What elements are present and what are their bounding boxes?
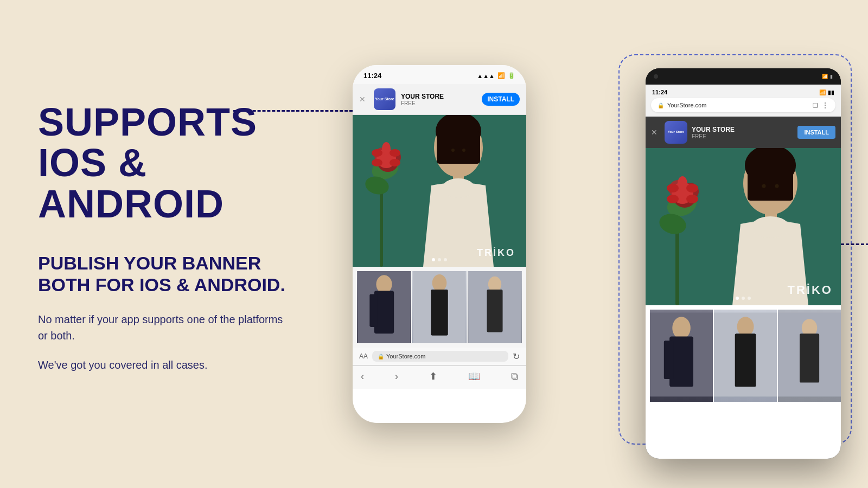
- wifi-icon: 📶: [497, 72, 505, 79]
- svg-point-18: [372, 159, 382, 166]
- android-install-button[interactable]: INSTALL: [797, 126, 835, 139]
- android-product-2: [714, 310, 777, 402]
- iphone-status-icons: ▲▲▲ 📶 🔋: [477, 72, 515, 79]
- android-device: 📶 ▮ 11:24 📶 ▮▮ 🔒 Your: [646, 68, 841, 459]
- svg-point-37: [775, 184, 779, 188]
- banner-app-name: YOUR STORE: [401, 93, 476, 100]
- banner-text-block: YOUR STORE FREE: [401, 93, 476, 106]
- banner-free-label: FREE: [401, 100, 476, 106]
- body-text-1: No matter if your app supports one of th…: [38, 311, 288, 344]
- android-status-icons: 📶 ▮: [822, 74, 833, 79]
- svg-point-45: [678, 176, 687, 190]
- svg-rect-59: [800, 333, 819, 382]
- android-banner-close-icon[interactable]: ✕: [651, 128, 658, 137]
- android-banner-name: YOUR STORE: [692, 126, 793, 133]
- svg-rect-53: [664, 341, 674, 379]
- android-app-banner[interactable]: ✕ Your Store YOUR STORE FREE INSTALL: [646, 117, 841, 148]
- signal-icon: ▲▲▲: [477, 73, 495, 79]
- iphone-hero-image: TRİKO: [353, 115, 526, 267]
- android-url: YourStore.com: [667, 102, 809, 108]
- android-chrome-bar: 11:24 📶 ▮▮ 🔒 YourStore.com ❏ ⋮: [646, 85, 841, 117]
- android-tabs-count[interactable]: ❏: [813, 102, 818, 109]
- tabs-icon[interactable]: ⧉: [511, 371, 518, 382]
- android-status-row: 11:24 📶 ▮▮: [651, 89, 835, 95]
- dot-3: [444, 258, 447, 261]
- iphone-app-banner[interactable]: ✕ Your Store YOUR STORE FREE INSTALL: [353, 84, 526, 115]
- svg-point-7: [462, 149, 465, 152]
- android-product-1: [650, 310, 713, 402]
- bookmarks-icon[interactable]: 📖: [468, 370, 480, 382]
- banner-icon-text: Your Store: [375, 97, 394, 101]
- svg-rect-29: [487, 290, 502, 332]
- arrow-right-line: [841, 243, 868, 245]
- android-url-row[interactable]: 🔒 YourStore.com ❏ ⋮: [651, 98, 835, 112]
- svg-point-19: [372, 149, 382, 157]
- android-banner-text: YOUR STORE FREE: [692, 126, 793, 139]
- iphone-url-bar[interactable]: 🔒 YourStore.com: [372, 351, 508, 362]
- svg-point-47: [686, 195, 698, 203]
- svg-point-55: [737, 317, 754, 336]
- back-icon[interactable]: ‹: [361, 371, 364, 382]
- svg-point-35: [751, 216, 789, 238]
- android-banner-app-icon: Your Store: [665, 121, 687, 144]
- android-dot-3: [748, 297, 751, 300]
- android-banner-free: FREE: [692, 133, 793, 139]
- main-title: SUPPORTS iOS & ANDROID: [38, 102, 288, 225]
- svg-point-25: [432, 274, 447, 292]
- android-camera-icon: [654, 74, 658, 79]
- body-text-2: We've got you covered in all cases.: [38, 357, 288, 373]
- svg-point-21: [376, 275, 392, 293]
- android-wifi-status: 📶: [819, 89, 826, 95]
- iphone-product-grid: [353, 267, 526, 348]
- android-dots: [736, 297, 751, 300]
- dot-1: [432, 258, 435, 261]
- svg-point-46: [686, 184, 698, 192]
- android-signal-status: ▮▮: [828, 89, 834, 95]
- android-menu-icon[interactable]: ⋮: [821, 101, 829, 110]
- svg-rect-23: [369, 294, 378, 327]
- android-top-icons: 📶 ▮▮: [819, 89, 834, 95]
- hero-dots: [432, 258, 447, 261]
- reader-mode-icon[interactable]: AA: [359, 352, 368, 360]
- iphone-brand-name: TRİKO: [477, 247, 515, 259]
- android-icon-text: Your Store: [668, 130, 684, 134]
- svg-point-15: [382, 142, 391, 155]
- forward-icon[interactable]: ›: [395, 371, 398, 382]
- android-dot-1: [736, 297, 739, 300]
- svg-rect-56: [735, 333, 756, 387]
- android-lock-icon: 🔒: [658, 102, 664, 108]
- svg-point-17: [390, 159, 400, 166]
- product-3: [468, 271, 522, 343]
- svg-rect-3: [437, 131, 480, 164]
- battery-icon: 🔋: [508, 72, 515, 79]
- android-time: 11:24: [652, 89, 667, 95]
- iphone-browser-bar: AA 🔒 YourStore.com ↻: [353, 348, 526, 365]
- android-wifi-icon: 📶: [822, 74, 828, 79]
- page-container: SUPPORTS iOS & ANDROID PUBLISH YOUR BANN…: [0, 0, 868, 488]
- svg-point-6: [451, 149, 455, 152]
- android-dot-2: [742, 297, 745, 300]
- iphone-status-bar: 11:24 ▲▲▲ 📶 🔋: [353, 65, 526, 84]
- iphone-time: 11:24: [363, 72, 381, 80]
- android-brand-name: TRİKO: [788, 283, 833, 297]
- banner-app-icon: Your Store: [374, 88, 395, 110]
- svg-rect-26: [431, 290, 448, 336]
- svg-point-5: [442, 178, 475, 198]
- iphone-url: YourStore.com: [386, 353, 425, 359]
- sub-title: PUBLISH YOUR BANNER BOTH FOR iOS & ANDRO…: [38, 252, 288, 297]
- share-icon[interactable]: ⬆: [429, 370, 437, 382]
- left-section: SUPPORTS iOS & ANDROID PUBLISH YOUR BANN…: [0, 69, 326, 419]
- banner-close-icon[interactable]: ✕: [359, 95, 366, 104]
- refresh-icon[interactable]: ↻: [513, 351, 520, 362]
- android-product-grid: [646, 305, 841, 404]
- svg-point-16: [390, 149, 400, 157]
- android-top-bar: 📶 ▮: [646, 68, 841, 85]
- arrow-right: [841, 239, 868, 249]
- svg-point-36: [762, 184, 766, 188]
- svg-point-51: [672, 317, 691, 339]
- svg-point-48: [667, 195, 679, 203]
- product-1: [357, 271, 411, 343]
- banner-install-button[interactable]: INSTALL: [482, 93, 520, 106]
- iphone-device: 11:24 ▲▲▲ 📶 🔋 ✕ Your Store YOUR STORE FR…: [353, 65, 526, 423]
- right-section: 11:24 ▲▲▲ 📶 🔋 ✕ Your Store YOUR STORE FR…: [326, 0, 868, 488]
